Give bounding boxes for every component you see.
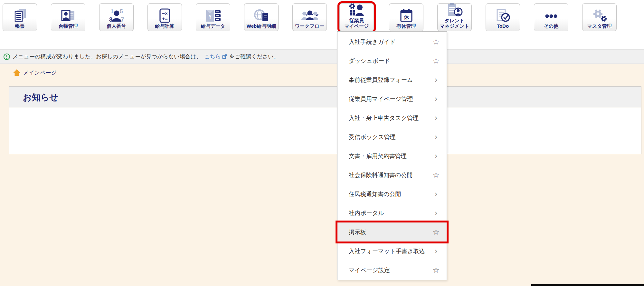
svg-text:1: 1 [110,9,113,14]
svg-text:¥: ¥ [209,14,212,20]
toolbar-button-web-payslip[interactable]: Web給与明細 [244,3,279,31]
toolbar-button-label: 従業員 マイページ [344,18,369,31]
toolbar-button-forms[interactable]: 帳票 [3,3,37,31]
svg-text:3: 3 [109,16,112,23]
submenu-chevron-icon: › [432,95,440,103]
toolbar-button-label: マスタ管理 [587,24,611,31]
toolbar-button-payroll-calc[interactable]: −× += 給与計算 [147,3,182,31]
todo-icon [494,8,512,24]
toolbar-button-workflow[interactable]: ワークフロー [292,3,327,31]
toolbar-button-label: 台帳管理 [59,24,78,31]
toolbar-button-label: 個人番号 [107,24,126,31]
notices-panel-header: お知らせ [9,87,641,108]
more-dots-icon [543,8,560,24]
employee-mypage-dropdown-menu: 入社手続きガイド ☆ ダッシュボード ☆ 事前従業員登録フォーム › 従業員用マ… [337,31,447,280]
svg-text:+=: += [162,16,168,21]
svg-text:5: 5 [120,9,123,14]
notices-panel: お知らせ [9,86,641,154]
payroll-data-icon: ¥ [204,8,222,24]
talent-icon [446,3,463,18]
menu-item-dashboard[interactable]: ダッシュボード ☆ [337,51,447,70]
home-icon [13,69,21,76]
toolbar-button-label: 有休管理 [397,24,416,31]
svg-text:−×: −× [162,11,168,16]
favorite-star-icon[interactable]: ☆ [432,37,440,46]
menu-item-social-insurance-notice-publication[interactable]: 社会保険料通知書の公開 ☆ [337,165,447,184]
black-bar [531,284,644,286]
svg-text:7: 7 [120,16,124,23]
documents-icon [11,8,29,24]
menu-item-document-employment-contract-management[interactable]: 文書・雇用契約書管理 › [337,146,447,165]
notification-bar: メニューの構成が変わりました。お探しのメニューが見つからない場合は、 こちら を… [0,49,644,64]
info-icon [3,53,10,60]
toolbar-button-label: ToDo [497,24,509,31]
toolbar-button-label: Web給与明細 [247,24,276,31]
favorite-star-icon[interactable]: ☆ [432,171,440,180]
toolbar-button-ledger[interactable]: 台帳管理 [51,3,85,31]
toolbar-button-label: 帳票 [15,24,25,31]
toolbar-button-label: タレント マネジメント [440,18,469,31]
workflow-icon [301,8,318,24]
menu-item-employee-mypage-management[interactable]: 従業員用マイページ管理 › [337,89,447,108]
notification-link[interactable]: こちら [204,53,221,60]
main-toolbar: 帳票 台帳管理 1 5 3 7 個人番号 −× += 給与計算 [0,0,644,49]
toolbar-button-label: 給与計算 [155,24,175,31]
submenu-chevron-icon: › [432,247,440,255]
menu-item-onboarding-personal-report-task-management[interactable]: 入社・身上申告タスク管理 › [337,108,447,127]
svg-text:休: 休 [403,15,409,20]
toolbar-button-my-number[interactable]: 1 5 3 7 個人番号 [99,3,134,31]
section-title: お知らせ [23,92,58,103]
favorite-star-icon[interactable]: ☆ [432,228,440,237]
master-gear-icon [591,8,608,24]
submenu-chevron-icon: › [432,76,440,84]
toolbar-button-others[interactable]: その他 [534,3,568,31]
toolbar-button-employee-mypage[interactable]: 従業員 マイページ [339,3,374,31]
web-payslip-icon [253,8,270,24]
menu-item-pre-employee-registration-form[interactable]: 事前従業員登録フォーム › [337,70,447,89]
toolbar-button-todo[interactable]: ToDo [486,3,520,31]
menu-item-resident-tax-notice-publication[interactable]: 住民税通知書の公開 › [337,184,447,203]
leave-calendar-icon: 休 [398,8,415,24]
submenu-chevron-icon: › [432,152,440,160]
menu-item-onboarding-guide[interactable]: 入社手続きガイド ☆ [337,32,447,51]
employee-mypage-icon [348,3,365,18]
notification-text-after: をご確認ください。 [229,53,279,60]
menu-item-mypage-settings[interactable]: マイページ設定 ☆ [337,261,447,280]
toolbar-button-master-management[interactable]: マスタ管理 [582,3,617,31]
submenu-chevron-icon: › [432,133,440,141]
calculator-icon: −× += [156,8,174,24]
toolbar-button-leave-management[interactable]: 休 有休管理 [389,3,423,31]
submenu-chevron-icon: › [432,190,440,198]
toolbar-button-talent-management[interactable]: タレント マネジメント [437,3,472,31]
menu-item-onboarding-format-handwriting-import[interactable]: 入社フォーマット手書き取込 › [337,242,447,261]
notification-text: メニューの構成が変わりました。お探しのメニューが見つからない場合は、 [13,53,202,60]
submenu-chevron-icon: › [432,114,440,122]
toolbar-button-label: ワークフロー [295,24,324,31]
favorite-star-icon[interactable]: ☆ [432,56,440,65]
my-number-icon: 1 5 3 7 [108,8,125,24]
submenu-chevron-icon: › [432,209,440,217]
toolbar-button-label: その他 [544,24,559,31]
menu-item-company-portal[interactable]: 社内ポータル › [337,203,447,222]
breadcrumb[interactable]: メインページ [13,69,57,76]
toolbar-button-payroll-data[interactable]: ¥ 給与データ [196,3,230,31]
breadcrumb-label: メインページ [23,69,57,76]
menu-item-inbox-management[interactable]: 受信ボックス管理 › [337,127,447,146]
favorite-star-icon[interactable]: ☆ [432,266,440,275]
toolbar-button-label: 給与データ [201,24,225,31]
ledger-icon [60,8,77,24]
external-link-icon[interactable] [222,54,227,59]
menu-item-bulletin-board[interactable]: 掲示板 ☆ [337,222,447,242]
